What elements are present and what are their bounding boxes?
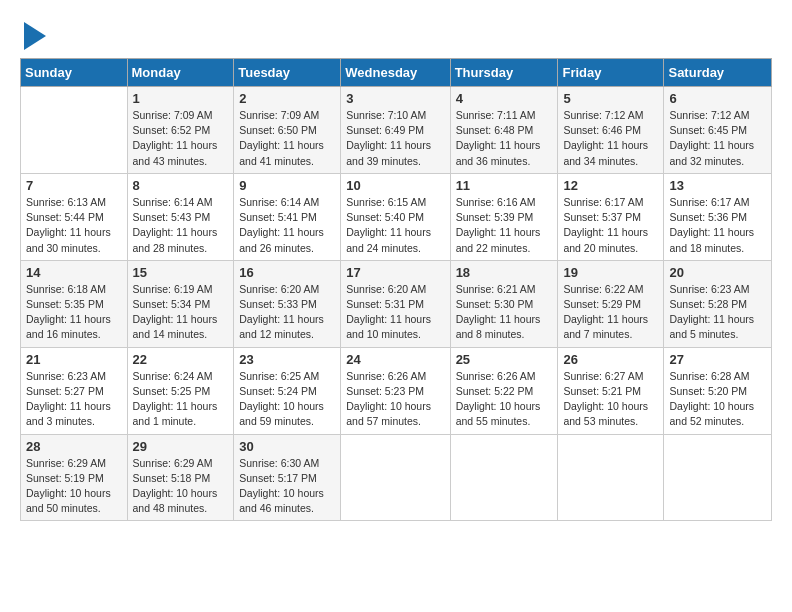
day-number: 27 <box>669 352 766 367</box>
calendar-cell: 27Sunrise: 6:28 AMSunset: 5:20 PMDayligh… <box>664 347 772 434</box>
day-info: Sunrise: 6:26 AMSunset: 5:23 PMDaylight:… <box>346 369 444 430</box>
calendar-cell: 26Sunrise: 6:27 AMSunset: 5:21 PMDayligh… <box>558 347 664 434</box>
calendar-cell <box>341 434 450 521</box>
calendar-cell: 7Sunrise: 6:13 AMSunset: 5:44 PMDaylight… <box>21 173 128 260</box>
week-row-5: 28Sunrise: 6:29 AMSunset: 5:19 PMDayligh… <box>21 434 772 521</box>
day-info: Sunrise: 7:09 AMSunset: 6:50 PMDaylight:… <box>239 108 335 169</box>
calendar-cell: 20Sunrise: 6:23 AMSunset: 5:28 PMDayligh… <box>664 260 772 347</box>
calendar-cell: 22Sunrise: 6:24 AMSunset: 5:25 PMDayligh… <box>127 347 234 434</box>
day-number: 1 <box>133 91 229 106</box>
calendar-cell: 16Sunrise: 6:20 AMSunset: 5:33 PMDayligh… <box>234 260 341 347</box>
calendar-cell: 8Sunrise: 6:14 AMSunset: 5:43 PMDaylight… <box>127 173 234 260</box>
day-info: Sunrise: 6:16 AMSunset: 5:39 PMDaylight:… <box>456 195 553 256</box>
header-monday: Monday <box>127 59 234 87</box>
day-info: Sunrise: 6:19 AMSunset: 5:34 PMDaylight:… <box>133 282 229 343</box>
calendar-cell: 17Sunrise: 6:20 AMSunset: 5:31 PMDayligh… <box>341 260 450 347</box>
day-info: Sunrise: 6:24 AMSunset: 5:25 PMDaylight:… <box>133 369 229 430</box>
day-number: 8 <box>133 178 229 193</box>
calendar-cell: 4Sunrise: 7:11 AMSunset: 6:48 PMDaylight… <box>450 87 558 174</box>
day-info: Sunrise: 6:15 AMSunset: 5:40 PMDaylight:… <box>346 195 444 256</box>
day-number: 15 <box>133 265 229 280</box>
calendar-cell <box>450 434 558 521</box>
day-number: 7 <box>26 178 122 193</box>
day-info: Sunrise: 6:30 AMSunset: 5:17 PMDaylight:… <box>239 456 335 517</box>
day-number: 28 <box>26 439 122 454</box>
calendar-cell <box>558 434 664 521</box>
calendar-cell: 28Sunrise: 6:29 AMSunset: 5:19 PMDayligh… <box>21 434 128 521</box>
day-number: 21 <box>26 352 122 367</box>
day-info: Sunrise: 6:23 AMSunset: 5:28 PMDaylight:… <box>669 282 766 343</box>
calendar-cell: 15Sunrise: 6:19 AMSunset: 5:34 PMDayligh… <box>127 260 234 347</box>
day-info: Sunrise: 6:13 AMSunset: 5:44 PMDaylight:… <box>26 195 122 256</box>
calendar-cell: 9Sunrise: 6:14 AMSunset: 5:41 PMDaylight… <box>234 173 341 260</box>
calendar-cell: 21Sunrise: 6:23 AMSunset: 5:27 PMDayligh… <box>21 347 128 434</box>
calendar-cell: 1Sunrise: 7:09 AMSunset: 6:52 PMDaylight… <box>127 87 234 174</box>
header-friday: Friday <box>558 59 664 87</box>
logo-arrow-icon <box>24 22 46 50</box>
day-info: Sunrise: 6:23 AMSunset: 5:27 PMDaylight:… <box>26 369 122 430</box>
day-info: Sunrise: 7:12 AMSunset: 6:46 PMDaylight:… <box>563 108 658 169</box>
day-number: 23 <box>239 352 335 367</box>
header-thursday: Thursday <box>450 59 558 87</box>
day-number: 19 <box>563 265 658 280</box>
day-info: Sunrise: 6:28 AMSunset: 5:20 PMDaylight:… <box>669 369 766 430</box>
day-number: 2 <box>239 91 335 106</box>
header-wednesday: Wednesday <box>341 59 450 87</box>
day-info: Sunrise: 6:17 AMSunset: 5:36 PMDaylight:… <box>669 195 766 256</box>
day-info: Sunrise: 6:25 AMSunset: 5:24 PMDaylight:… <box>239 369 335 430</box>
calendar-header: SundayMondayTuesdayWednesdayThursdayFrid… <box>21 59 772 87</box>
calendar-cell: 2Sunrise: 7:09 AMSunset: 6:50 PMDaylight… <box>234 87 341 174</box>
calendar-cell: 23Sunrise: 6:25 AMSunset: 5:24 PMDayligh… <box>234 347 341 434</box>
week-row-2: 7Sunrise: 6:13 AMSunset: 5:44 PMDaylight… <box>21 173 772 260</box>
week-row-1: 1Sunrise: 7:09 AMSunset: 6:52 PMDaylight… <box>21 87 772 174</box>
header-tuesday: Tuesday <box>234 59 341 87</box>
day-info: Sunrise: 7:12 AMSunset: 6:45 PMDaylight:… <box>669 108 766 169</box>
day-info: Sunrise: 6:22 AMSunset: 5:29 PMDaylight:… <box>563 282 658 343</box>
day-number: 9 <box>239 178 335 193</box>
calendar-cell: 19Sunrise: 6:22 AMSunset: 5:29 PMDayligh… <box>558 260 664 347</box>
calendar-cell: 6Sunrise: 7:12 AMSunset: 6:45 PMDaylight… <box>664 87 772 174</box>
calendar-cell: 18Sunrise: 6:21 AMSunset: 5:30 PMDayligh… <box>450 260 558 347</box>
calendar-cell: 5Sunrise: 7:12 AMSunset: 6:46 PMDaylight… <box>558 87 664 174</box>
day-info: Sunrise: 6:27 AMSunset: 5:21 PMDaylight:… <box>563 369 658 430</box>
day-info: Sunrise: 6:14 AMSunset: 5:43 PMDaylight:… <box>133 195 229 256</box>
calendar-cell: 24Sunrise: 6:26 AMSunset: 5:23 PMDayligh… <box>341 347 450 434</box>
calendar-cell <box>664 434 772 521</box>
day-number: 10 <box>346 178 444 193</box>
day-number: 20 <box>669 265 766 280</box>
day-number: 24 <box>346 352 444 367</box>
day-number: 26 <box>563 352 658 367</box>
day-number: 4 <box>456 91 553 106</box>
page-header <box>20 20 772 50</box>
calendar-cell: 25Sunrise: 6:26 AMSunset: 5:22 PMDayligh… <box>450 347 558 434</box>
calendar-table: SundayMondayTuesdayWednesdayThursdayFrid… <box>20 58 772 521</box>
day-number: 25 <box>456 352 553 367</box>
day-info: Sunrise: 6:20 AMSunset: 5:31 PMDaylight:… <box>346 282 444 343</box>
day-number: 22 <box>133 352 229 367</box>
calendar-cell: 3Sunrise: 7:10 AMSunset: 6:49 PMDaylight… <box>341 87 450 174</box>
logo <box>20 20 46 50</box>
calendar-cell: 29Sunrise: 6:29 AMSunset: 5:18 PMDayligh… <box>127 434 234 521</box>
day-info: Sunrise: 7:09 AMSunset: 6:52 PMDaylight:… <box>133 108 229 169</box>
day-number: 11 <box>456 178 553 193</box>
day-number: 12 <box>563 178 658 193</box>
calendar-cell: 11Sunrise: 6:16 AMSunset: 5:39 PMDayligh… <box>450 173 558 260</box>
header-saturday: Saturday <box>664 59 772 87</box>
day-info: Sunrise: 6:20 AMSunset: 5:33 PMDaylight:… <box>239 282 335 343</box>
calendar-body: 1Sunrise: 7:09 AMSunset: 6:52 PMDaylight… <box>21 87 772 521</box>
day-info: Sunrise: 6:21 AMSunset: 5:30 PMDaylight:… <box>456 282 553 343</box>
day-info: Sunrise: 6:17 AMSunset: 5:37 PMDaylight:… <box>563 195 658 256</box>
calendar-cell: 14Sunrise: 6:18 AMSunset: 5:35 PMDayligh… <box>21 260 128 347</box>
calendar-cell: 10Sunrise: 6:15 AMSunset: 5:40 PMDayligh… <box>341 173 450 260</box>
day-number: 17 <box>346 265 444 280</box>
day-number: 18 <box>456 265 553 280</box>
calendar-cell: 30Sunrise: 6:30 AMSunset: 5:17 PMDayligh… <box>234 434 341 521</box>
day-number: 14 <box>26 265 122 280</box>
day-number: 13 <box>669 178 766 193</box>
header-sunday: Sunday <box>21 59 128 87</box>
day-number: 3 <box>346 91 444 106</box>
week-row-4: 21Sunrise: 6:23 AMSunset: 5:27 PMDayligh… <box>21 347 772 434</box>
day-info: Sunrise: 6:29 AMSunset: 5:18 PMDaylight:… <box>133 456 229 517</box>
day-number: 5 <box>563 91 658 106</box>
day-info: Sunrise: 6:26 AMSunset: 5:22 PMDaylight:… <box>456 369 553 430</box>
